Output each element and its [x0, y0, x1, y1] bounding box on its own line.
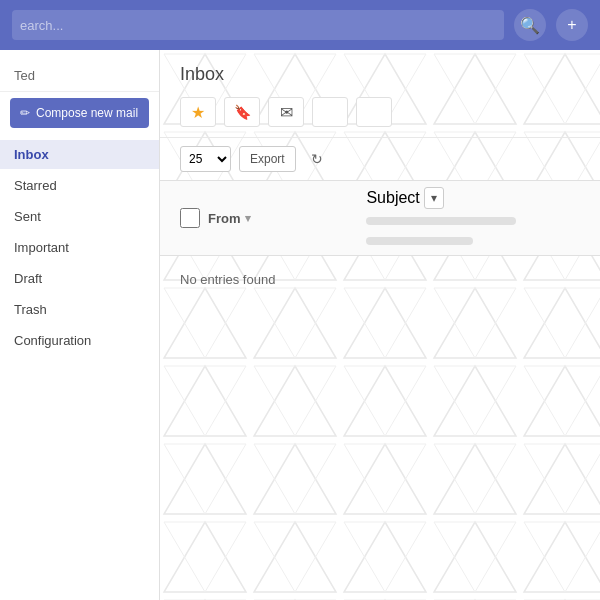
configuration-label: Configuration	[14, 333, 91, 348]
col-from[interactable]: From ▾	[208, 211, 350, 226]
add-button[interactable]: +	[556, 9, 588, 41]
export-label: Export	[250, 152, 285, 166]
filter-blank-1	[312, 97, 348, 127]
skeleton-line-1	[366, 217, 516, 225]
important-label: Important	[14, 240, 69, 255]
draft-label: Draft	[14, 271, 42, 286]
from-label: From	[208, 211, 241, 226]
starred-label: Starred	[14, 178, 57, 193]
subject-label: Subject	[366, 189, 419, 207]
main-layout: Ted ✏ Compose new mail Inbox Starred Sen…	[0, 50, 600, 600]
bookmark-icon: 🔖	[234, 104, 251, 120]
sidebar-item-starred[interactable]: Starred	[0, 171, 159, 200]
search-icon: 🔍	[520, 16, 540, 35]
inbox-label: Inbox	[14, 147, 49, 162]
content-area: Inbox ★ 🔖 ✉ 10 25	[160, 50, 600, 600]
sent-label: Sent	[14, 209, 41, 224]
sidebar-item-configuration[interactable]: Configuration	[0, 326, 159, 355]
star-icon: ★	[191, 103, 205, 122]
table-header: From ▾ Subject ▾	[160, 180, 600, 256]
search-button[interactable]: 🔍	[514, 9, 546, 41]
sidebar-item-sent[interactable]: Sent	[0, 202, 159, 231]
page-title: Inbox	[180, 64, 224, 84]
add-icon: +	[567, 16, 576, 34]
skeleton-line-2	[366, 237, 473, 245]
page-title-bar: Inbox	[160, 50, 600, 93]
user-row: Ted	[0, 60, 159, 92]
mail-filter-button[interactable]: ✉	[268, 97, 304, 127]
mail-icon: ✉	[280, 103, 293, 122]
sidebar-item-draft[interactable]: Draft	[0, 264, 159, 293]
content-inner: Inbox ★ 🔖 ✉ 10 25	[160, 50, 600, 303]
sidebar-item-inbox[interactable]: Inbox	[0, 140, 159, 169]
export-button[interactable]: Export	[239, 146, 296, 172]
refresh-button[interactable]: ↻	[304, 146, 330, 172]
controls-row: 10 25 50 100 Export ↻	[160, 138, 600, 180]
compose-label: Compose new mail	[36, 106, 138, 120]
sidebar-item-important[interactable]: Important	[0, 233, 159, 262]
compose-button[interactable]: ✏ Compose new mail	[10, 98, 149, 128]
sidebar: Ted ✏ Compose new mail Inbox Starred Sen…	[0, 50, 160, 600]
search-input[interactable]	[12, 10, 504, 40]
user-name: Ted	[14, 68, 35, 83]
trash-label: Trash	[14, 302, 47, 317]
filter-blank-2	[356, 97, 392, 127]
from-sort-icon: ▾	[245, 212, 251, 225]
topbar: 🔍 +	[0, 0, 600, 50]
bookmark-filter-button[interactable]: 🔖	[224, 97, 260, 127]
subject-dropdown-button[interactable]: ▾	[424, 187, 444, 209]
compose-icon: ✏	[20, 106, 30, 120]
col-subject-header: Subject ▾	[366, 187, 580, 209]
refresh-icon: ↻	[311, 151, 323, 167]
sidebar-item-trash[interactable]: Trash	[0, 295, 159, 324]
star-filter-button[interactable]: ★	[180, 97, 216, 127]
per-page-select[interactable]: 10 25 50 100	[180, 146, 231, 172]
filter-row: ★ 🔖 ✉	[160, 93, 600, 138]
no-entries-text: No entries found	[180, 272, 275, 287]
select-all-checkbox[interactable]	[180, 208, 200, 228]
col-subject-wrapper: Subject ▾	[358, 187, 580, 249]
no-entries: No entries found	[160, 256, 600, 303]
